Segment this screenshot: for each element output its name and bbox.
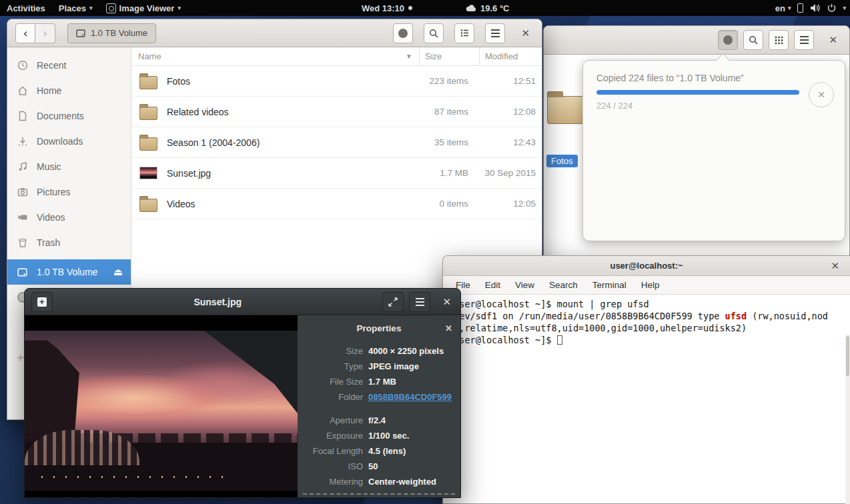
activities-button[interactable]: Activities	[0, 0, 52, 16]
property-row: Type JPEG image	[298, 361, 460, 373]
sidebar-item-trash[interactable]: Trash	[7, 230, 131, 255]
hamburger-icon	[491, 29, 500, 37]
file-row[interactable]: Videos 0 items 12:05	[131, 189, 542, 219]
prompt-line: [user@localhost ~]$	[448, 335, 557, 345]
close-button[interactable]: ✕	[825, 34, 841, 46]
sidebar-item-label: Pictures	[37, 187, 71, 197]
location-tab[interactable]: 1.0 TB Volume	[67, 23, 156, 43]
copy-status-text: Copied 224 files to “1.0 TB Volume”	[596, 73, 799, 83]
copy-progress-bar	[596, 90, 799, 95]
chevron-left-icon: ‹	[23, 27, 27, 39]
volume-icon	[810, 3, 821, 13]
folder-icon[interactable]	[547, 96, 584, 124]
file-row[interactable]: Fotos 223 items 12:51	[131, 66, 542, 97]
fullscreen-button[interactable]	[382, 292, 404, 312]
gallery-toggle-button[interactable]	[31, 292, 53, 312]
search-icon	[429, 29, 438, 38]
selected-file-label[interactable]: Fotos	[546, 155, 578, 167]
sidebar-item-videos[interactable]: Videos	[7, 205, 131, 230]
property-row: File Size 1.7 MB	[298, 376, 460, 388]
viewer-title: Sunset.jpg	[58, 297, 377, 307]
menu-help[interactable]: Help	[634, 280, 667, 290]
search-button[interactable]	[743, 30, 763, 50]
terminal-window: user@localhost:~ ✕ File Edit View Search…	[442, 255, 850, 504]
sidebar-item-downloads[interactable]: Downloads	[7, 129, 131, 154]
operations-progress-icon	[723, 35, 733, 45]
close-button[interactable]: ✕	[517, 27, 534, 39]
list-view-button[interactable]	[454, 23, 474, 43]
list-view-icon	[460, 29, 469, 37]
power-icon	[827, 3, 836, 13]
hamburger-icon	[416, 298, 424, 306]
sidebar-item-recent[interactable]: Recent	[7, 53, 131, 78]
menu-button[interactable]	[409, 292, 430, 312]
dismiss-operation-button[interactable]: ✕	[809, 82, 834, 107]
video-icon	[17, 212, 28, 223]
operations-button[interactable]	[718, 30, 738, 50]
close-button[interactable]: ✕	[827, 260, 843, 272]
scrollbar[interactable]	[845, 335, 850, 504]
column-header-modified[interactable]: Modified	[479, 47, 542, 65]
chevron-down-icon: ▾	[89, 5, 93, 11]
sidebar-item-label: Videos	[37, 212, 65, 223]
sidebar-item-label: Music	[37, 161, 61, 172]
property-row-folder: Folder 0858B9B64CD0F599	[298, 391, 460, 403]
search-button[interactable]	[424, 23, 444, 43]
forward-button[interactable]: ›	[35, 23, 55, 43]
file-row[interactable]: Season 1 (2004-2006) 35 items 12:43	[131, 127, 542, 158]
sidebar-item-volume[interactable]: 1.0 TB Volume ⏏	[7, 259, 131, 285]
folder-icon	[139, 137, 157, 151]
back-button[interactable]: ‹	[15, 23, 35, 43]
grep-match: ufsd	[725, 311, 747, 321]
menu-terminal[interactable]: Terminal	[585, 280, 634, 290]
sidebar-item-documents[interactable]: Documents	[7, 103, 131, 129]
hamburger-icon	[800, 36, 809, 44]
clock-menu[interactable]: Wed 13:10	[362, 3, 412, 13]
operations-button[interactable]	[393, 23, 413, 43]
app-menu[interactable]: Image Viewer ▾	[99, 0, 187, 16]
drive-icon	[17, 267, 28, 277]
menu-edit[interactable]: Edit	[478, 280, 508, 290]
viewer-headerbar: Sunset.jpg ✕	[25, 289, 460, 315]
column-header-name[interactable]: Name ▼	[131, 51, 419, 61]
chevron-down-icon: ▾	[788, 5, 791, 11]
places-label: Places	[59, 3, 86, 13]
notification-dot	[408, 6, 412, 10]
folder-link[interactable]: 0858B9B64CD0F599	[368, 392, 452, 402]
menu-view[interactable]: View	[508, 280, 542, 290]
grid-view-button[interactable]	[769, 30, 789, 50]
folder-icon	[139, 107, 157, 120]
eject-button[interactable]: ⏏	[113, 266, 123, 278]
menu-button[interactable]	[794, 30, 814, 50]
close-button[interactable]: ✕	[440, 296, 454, 308]
sidebar-item-home[interactable]: Home	[7, 78, 131, 103]
files-front-headerbar: ‹ › 1.0 TB Volume	[7, 19, 542, 47]
drive-icon	[76, 29, 85, 38]
terminal-output[interactable]: [user@localhost ~]$ mount | grep ufsd/de…	[443, 295, 850, 504]
terminal-title: user@localhost:~	[443, 261, 850, 271]
close-properties-button[interactable]: ✕	[445, 323, 452, 333]
camera-icon	[17, 187, 28, 197]
keyboard-layout-indicator[interactable]: en ▾	[775, 3, 791, 13]
system-status-area[interactable]: en ▾ ▾	[775, 3, 846, 13]
file-row[interactable]: Sunset.jpg 1.7 MB 30 Sep 2015	[131, 158, 542, 189]
document-icon	[17, 111, 28, 121]
places-menu[interactable]: Places ▾	[52, 0, 99, 16]
folder-icon	[139, 199, 157, 212]
terminal-titlebar[interactable]: user@localhost:~ ✕	[443, 256, 850, 276]
menu-search[interactable]: Search	[542, 280, 585, 290]
prompt-line: [user@localhost ~]$ mount | grep ufsd	[448, 299, 649, 309]
copy-progress-count: 224 / 224	[596, 101, 799, 111]
menu-button[interactable]	[485, 23, 505, 43]
copy-progress-fill	[596, 90, 799, 95]
music-icon	[17, 161, 28, 172]
column-header-size[interactable]: Size	[419, 47, 479, 65]
cloud-icon	[466, 5, 476, 12]
file-row[interactable]: Related videos 87 items 12:08	[131, 97, 542, 127]
add-bookmark-button[interactable]: +	[17, 351, 25, 366]
sidebar-item-pictures[interactable]: Pictures	[7, 179, 131, 205]
image-canvas[interactable]	[25, 315, 298, 497]
sidebar-item-music[interactable]: Music	[7, 154, 131, 179]
property-row: Size 4000 × 2250 pixels	[298, 345, 460, 357]
property-row: Aperture f/2.4	[298, 415, 460, 427]
